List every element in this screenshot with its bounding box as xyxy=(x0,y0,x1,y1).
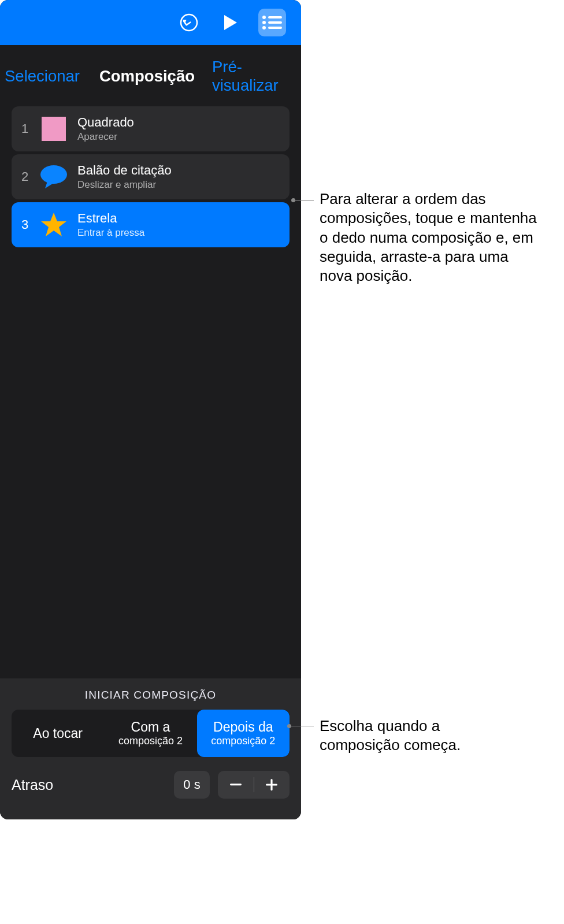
stepper-plus[interactable] xyxy=(254,779,290,791)
svg-rect-15 xyxy=(266,784,277,785)
delay-label: Atraso xyxy=(12,777,166,793)
start-segmented-control: Ao tocar Com a composição 2 Depois da co… xyxy=(12,710,290,757)
play-button[interactable] xyxy=(217,9,244,36)
svg-point-3 xyxy=(262,16,266,19)
svg-point-5 xyxy=(262,21,266,24)
speech-bubble-icon xyxy=(39,162,68,191)
row-number: 3 xyxy=(12,217,38,232)
tab-select[interactable]: Selecionar xyxy=(0,65,84,88)
list-item[interactable]: 2 Balão de citação Deslizar e ampliar xyxy=(12,154,290,199)
row-number: 1 xyxy=(12,121,38,136)
callout-line xyxy=(294,200,314,201)
svg-rect-13 xyxy=(230,784,242,785)
svg-rect-4 xyxy=(268,16,282,18)
composition-panel: Selecionar Composição Pré-visualizar 1 Q… xyxy=(0,0,301,819)
tab-compose[interactable]: Composição xyxy=(95,65,199,88)
seg-on-tap[interactable]: Ao tocar xyxy=(12,710,104,757)
callout-reorder: Para alterar a ordem das composições, to… xyxy=(320,190,539,285)
delay-stepper xyxy=(218,771,290,799)
stepper-minus[interactable] xyxy=(218,784,254,786)
list-item-selected[interactable]: 3 Estrela Entrar à pressa xyxy=(12,202,290,247)
svg-marker-1 xyxy=(183,18,187,24)
star-icon xyxy=(39,210,68,239)
composition-list: 1 Quadrado Aparecer 2 Balão de citação D… xyxy=(0,106,301,247)
footer-controls: INICIAR COMPOSIÇÃO Ao tocar Com a compos… xyxy=(0,678,301,819)
row-subtitle: Deslizar e ampliar xyxy=(77,179,283,191)
row-title: Estrela xyxy=(77,211,283,226)
row-title: Quadrado xyxy=(77,115,283,130)
svg-rect-6 xyxy=(268,21,282,24)
order-list-button[interactable] xyxy=(258,9,286,36)
list-item[interactable]: 1 Quadrado Aparecer xyxy=(12,106,290,151)
footer-title: INICIAR COMPOSIÇÃO xyxy=(12,689,290,702)
callout-line xyxy=(290,726,314,726)
row-number: 2 xyxy=(12,169,38,184)
svg-marker-12 xyxy=(41,213,66,236)
tab-preview[interactable]: Pré-visualizar xyxy=(207,55,301,97)
svg-rect-8 xyxy=(268,27,282,29)
svg-rect-9 xyxy=(42,117,66,141)
callout-start: Escolha quando a composição começa. xyxy=(320,717,493,755)
svg-point-10 xyxy=(40,165,67,184)
seg-with-prev[interactable]: Com a composição 2 xyxy=(104,710,196,757)
undo-button[interactable] xyxy=(175,9,203,36)
delay-row: Atraso 0 s xyxy=(12,771,290,799)
row-subtitle: Entrar à pressa xyxy=(77,227,283,239)
row-title: Balão de citação xyxy=(77,163,283,178)
svg-marker-11 xyxy=(45,181,54,188)
svg-point-7 xyxy=(262,26,266,29)
svg-marker-2 xyxy=(224,15,237,30)
row-subtitle: Aparecer xyxy=(77,131,283,143)
view-tabs: Selecionar Composição Pré-visualizar xyxy=(0,45,301,106)
square-icon xyxy=(39,114,68,143)
delay-value[interactable]: 0 s xyxy=(174,771,210,799)
toolbar xyxy=(0,0,301,45)
seg-after-prev[interactable]: Depois da composição 2 xyxy=(197,710,290,757)
